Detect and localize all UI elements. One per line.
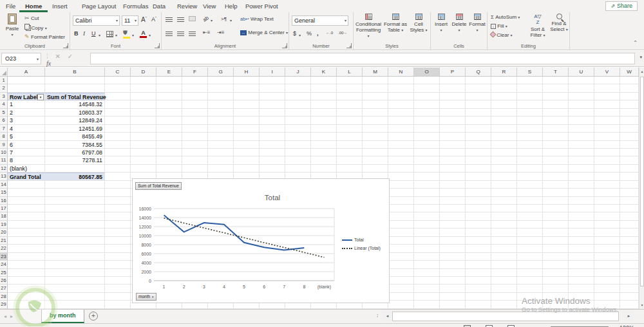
row-header-27[interactable]: 27 <box>0 285 8 292</box>
cell-N7[interactable] <box>388 125 414 133</box>
cell-R17[interactable] <box>491 205 517 212</box>
cell-U4[interactable] <box>569 100 594 108</box>
cell-G11[interactable] <box>208 156 234 164</box>
cell-O14[interactable] <box>414 181 440 189</box>
cell-B26[interactable] <box>45 277 105 285</box>
cell-B10[interactable]: 6797.08 <box>45 149 105 156</box>
cell-U18[interactable] <box>569 212 594 220</box>
cell-D7[interactable] <box>131 125 156 133</box>
cell-F6[interactable] <box>182 117 208 124</box>
cell-W25[interactable] <box>620 269 639 277</box>
cell-S26[interactable] <box>517 277 543 285</box>
align-left-icon[interactable] <box>166 32 173 37</box>
cell-B3[interactable]: Sum of Total Revenue <box>45 93 105 100</box>
cell-S7[interactable] <box>517 125 543 133</box>
row-header-16[interactable]: 16 <box>0 197 8 205</box>
cell-K7[interactable] <box>311 125 337 133</box>
italic-button[interactable]: I <box>83 30 85 37</box>
orientation-icon[interactable]: ab <box>202 15 209 23</box>
cell-S4[interactable] <box>517 100 543 108</box>
cell-P16[interactable] <box>440 197 466 205</box>
column-header-U[interactable]: U <box>569 68 594 77</box>
cell-F11[interactable] <box>182 156 208 164</box>
underline-button[interactable]: U <box>91 30 96 37</box>
cell-P6[interactable] <box>440 117 466 124</box>
cell-Q4[interactable] <box>466 100 491 108</box>
cell-S25[interactable] <box>517 269 543 277</box>
cell-U15[interactable] <box>569 189 594 196</box>
cell-N1[interactable] <box>388 77 414 84</box>
cell-J10[interactable] <box>285 149 311 156</box>
cell-U25[interactable] <box>569 269 594 277</box>
cell-B27[interactable] <box>45 285 105 292</box>
cell-U20[interactable] <box>569 229 594 236</box>
cell-Q9[interactable] <box>466 141 491 149</box>
cell-R23[interactable] <box>491 253 517 261</box>
cell-T12[interactable] <box>543 165 569 173</box>
cell-B23[interactable] <box>45 253 105 261</box>
cell-A9[interactable]: 6 <box>8 141 45 149</box>
format-painter-button[interactable]: ✎ Format Painter <box>24 33 65 40</box>
expand-formula-bar-icon[interactable]: ▾ <box>639 55 642 60</box>
cell-N24[interactable] <box>388 261 414 268</box>
cell-N21[interactable] <box>388 237 414 245</box>
cell-U27[interactable] <box>569 285 594 292</box>
currency-dropdown[interactable]: ▾ <box>299 33 301 37</box>
cell-S19[interactable] <box>517 221 543 229</box>
cell-L8[interactable] <box>337 133 363 140</box>
cell-C6[interactable] <box>105 117 131 124</box>
cell-N4[interactable] <box>388 100 414 108</box>
column-header-A[interactable]: A <box>8 68 45 77</box>
cell-V7[interactable] <box>594 125 620 133</box>
cell-W27[interactable] <box>620 285 639 292</box>
cell-I6[interactable] <box>260 117 285 124</box>
cell-H11[interactable] <box>234 156 260 164</box>
cell-A2[interactable] <box>8 84 45 92</box>
cell-P9[interactable] <box>440 141 466 149</box>
cell-V23[interactable] <box>594 253 620 261</box>
cell-V29[interactable] <box>594 301 620 308</box>
cell-O17[interactable] <box>414 205 440 212</box>
cell-T3[interactable] <box>543 93 569 100</box>
cell-R15[interactable] <box>491 189 517 196</box>
cell-V17[interactable] <box>594 205 620 212</box>
cell-N27[interactable] <box>388 285 414 292</box>
cell-N2[interactable] <box>388 84 414 92</box>
cell-V16[interactable] <box>594 197 620 205</box>
cell-J1[interactable] <box>285 77 311 84</box>
autosum-button[interactable]: Σ AutoSum ▾ <box>491 14 520 20</box>
row-labels-filter-dropdown[interactable]: ▼ <box>37 94 44 100</box>
cell-T22[interactable] <box>543 245 569 252</box>
cell-P1[interactable] <box>440 77 466 84</box>
font-dialog-launcher[interactable] <box>155 43 160 48</box>
cell-P3[interactable] <box>440 93 466 100</box>
cell-L4[interactable] <box>337 100 363 108</box>
cell-W22[interactable] <box>620 245 639 252</box>
cell-O10[interactable] <box>414 149 440 156</box>
row-header-28[interactable]: 28 <box>0 293 8 301</box>
cell-S11[interactable] <box>517 156 543 164</box>
cell-J5[interactable] <box>285 109 311 117</box>
cell-L12[interactable] <box>337 165 363 173</box>
cell-J2[interactable] <box>285 84 311 92</box>
cell-V13[interactable] <box>594 173 620 180</box>
cell-A3[interactable]: Row Labels▼ <box>8 93 45 100</box>
column-header-I[interactable]: I <box>260 68 285 77</box>
number-format-select[interactable]: General▾ <box>292 15 348 26</box>
row-header-6[interactable]: 6 <box>0 117 8 124</box>
cell-C17[interactable] <box>105 205 131 212</box>
cell-F7[interactable] <box>182 125 208 133</box>
cell-M7[interactable] <box>363 125 388 133</box>
column-header-N[interactable]: N <box>388 68 414 77</box>
select-all-corner[interactable] <box>0 68 8 77</box>
cell-N6[interactable] <box>388 117 414 124</box>
cell-K2[interactable] <box>311 84 337 92</box>
cell-U22[interactable] <box>569 245 594 252</box>
cell-W12[interactable] <box>620 165 639 173</box>
column-header-Q[interactable]: Q <box>466 68 491 77</box>
cell-A6[interactable]: 3 <box>8 117 45 124</box>
cell-S27[interactable] <box>517 285 543 292</box>
cell-Q22[interactable] <box>466 245 491 252</box>
cell-M5[interactable] <box>363 109 388 117</box>
row-header-15[interactable]: 15 <box>0 189 8 196</box>
